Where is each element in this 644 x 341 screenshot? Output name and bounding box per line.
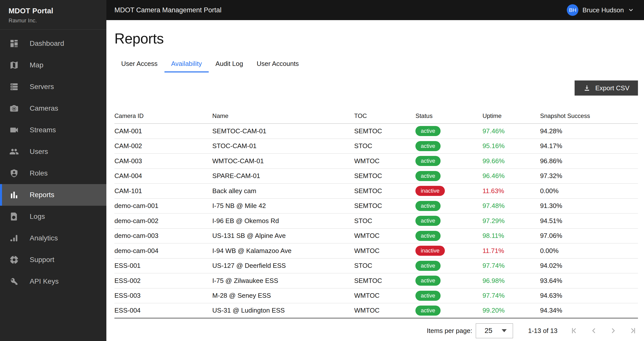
status-cell: active	[415, 306, 482, 316]
sidebar-item[interactable]: API Keys	[0, 271, 106, 292]
chevron-down-icon	[628, 7, 634, 13]
status-cell: inactive	[415, 246, 482, 256]
key-icon	[9, 276, 19, 286]
sidebar-item[interactable]: Analytics	[0, 227, 106, 249]
status-cell: active	[415, 231, 482, 241]
uptime-cell: 99.20%	[483, 307, 540, 314]
camera-id-cell: CAM-001	[114, 127, 212, 135]
column-header: Status	[415, 112, 482, 119]
sidebar-item[interactable]: Roles	[0, 162, 106, 184]
topbar-title: MDOT Camera Management Portal	[114, 6, 222, 14]
map-icon	[9, 60, 19, 70]
snapshot-success-cell: 0.00%	[540, 247, 638, 255]
sidebar-item[interactable]: Reports	[0, 184, 106, 206]
name-cell: STOC-CAM-01	[212, 142, 354, 150]
status-badge: active	[415, 276, 440, 286]
snapshot-success-cell: 91.30%	[540, 202, 638, 210]
sidebar-item-label: Analytics	[30, 234, 58, 242]
sidebar-item[interactable]: Servers	[0, 76, 106, 98]
tab[interactable]: User Accounts	[250, 55, 306, 72]
column-header: Name	[212, 112, 354, 119]
snapshot-success-cell: 97.32%	[540, 172, 638, 180]
name-cell: US-31 @ Ludington ESS	[212, 307, 354, 314]
tab[interactable]: User Access	[114, 55, 164, 72]
next-page-button[interactable]	[608, 326, 618, 336]
table-row: demo-cam-002 I-96 EB @ Okemos Rd STOC ac…	[114, 214, 638, 229]
uptime-cell: 97.29%	[483, 217, 540, 225]
snapshot-success-cell: 94.17%	[540, 142, 638, 150]
log-search-icon	[9, 211, 19, 222]
toc-cell: STOC	[354, 142, 416, 150]
table-header-row: Camera ID Name TOC Status Uptime Snapsho…	[114, 108, 638, 124]
name-cell: M-28 @ Seney ESS	[212, 292, 354, 300]
uptime-cell: 97.46%	[483, 127, 540, 135]
sidebar-item[interactable]: Users	[0, 141, 106, 162]
sidebar: MDOT Portal Ravnur Inc. Dashboard Map Se…	[0, 0, 106, 341]
pager-controls	[569, 326, 638, 336]
sidebar-item[interactable]: Streams	[0, 119, 106, 141]
table-row: CAM-001 SEMTOC-CAM-01 SEMTOC active 97.4…	[114, 124, 638, 139]
status-cell: active	[415, 291, 482, 301]
column-header: Camera ID	[114, 112, 212, 119]
camera-id-cell: demo-cam-002	[114, 217, 212, 225]
tab[interactable]: Availability	[164, 55, 209, 72]
camera-id-cell: ESS-003	[114, 292, 212, 300]
camera-id-cell: ESS-001	[114, 262, 212, 270]
last-page-button[interactable]	[628, 326, 638, 336]
sidebar-item-label: Dashboard	[30, 39, 64, 48]
camera-id-cell: ESS-002	[114, 277, 212, 285]
camera-icon	[9, 103, 19, 113]
snapshot-success-cell: 94.28%	[540, 127, 638, 135]
name-cell: US-131 SB @ Alpine Ave	[212, 232, 354, 240]
uptime-cell: 95.16%	[483, 142, 540, 150]
page-title: Reports	[114, 30, 638, 47]
column-header: TOC	[354, 112, 416, 119]
topbar: MDOT Camera Management Portal BH Bruce H…	[106, 0, 644, 20]
uptime-cell: 99.66%	[483, 157, 540, 165]
uptime-cell: 97.74%	[483, 292, 540, 300]
toc-cell: WMTOC	[354, 292, 416, 300]
sidebar-header: MDOT Portal Ravnur Inc.	[0, 0, 106, 30]
tab-label: Audit Log	[216, 60, 243, 67]
status-cell: active	[415, 171, 482, 181]
status-badge: active	[415, 201, 440, 211]
name-cell: SPARE-CAM-01	[212, 172, 354, 180]
status-cell: active	[415, 276, 482, 286]
table-row: CAM-002 STOC-CAM-01 STOC active 95.16% 9…	[114, 139, 638, 154]
name-cell: US-127 @ Deerfield ESS	[212, 262, 354, 270]
brand-title: MDOT Portal	[9, 7, 98, 15]
table-row: ESS-003 M-28 @ Seney ESS WMTOC active 97…	[114, 288, 638, 304]
camera-id-cell: CAM-004	[114, 172, 212, 180]
avatar[interactable]: BH	[567, 4, 578, 16]
snapshot-success-cell: 94.02%	[540, 262, 638, 270]
uptime-cell: 97.48%	[483, 202, 540, 210]
toc-cell: SEMTOC	[354, 277, 416, 285]
tab-bar: User Access Availability Audit Log User …	[114, 55, 638, 72]
export-csv-button[interactable]: Export CSV	[575, 80, 638, 96]
uptime-cell: 96.46%	[483, 172, 540, 180]
toc-cell: STOC	[354, 262, 416, 270]
status-badge: active	[415, 291, 440, 301]
dashboard-icon	[9, 38, 19, 49]
toc-cell: WMTOC	[354, 247, 416, 255]
table-row: CAM-004 SPARE-CAM-01 SEMTOC active 96.46…	[114, 169, 638, 184]
tab-label: User Access	[121, 60, 158, 67]
user-menu[interactable]: BH Bruce Hudson	[567, 4, 634, 16]
toc-cell: SEMTOC	[354, 172, 416, 180]
sidebar-item[interactable]: Map	[0, 54, 106, 76]
sidebar-item[interactable]: Support	[0, 249, 106, 271]
table-row: demo-cam-003 US-131 SB @ Alpine Ave WMTO…	[114, 229, 638, 244]
tab[interactable]: Audit Log	[209, 55, 250, 72]
toc-cell: WMTOC	[354, 157, 416, 165]
camera-id-cell: CAM-101	[114, 187, 212, 195]
sidebar-item[interactable]: Logs	[0, 206, 106, 227]
sidebar-item[interactable]: Cameras	[0, 98, 106, 119]
snapshot-success-cell: 94.51%	[540, 217, 638, 225]
status-badge: active	[415, 171, 440, 181]
first-page-button[interactable]	[569, 326, 579, 336]
items-per-page-select[interactable]: 25	[476, 323, 513, 338]
download-icon	[583, 84, 591, 92]
previous-page-button[interactable]	[589, 326, 599, 336]
brand-subtitle: Ravnur Inc.	[9, 17, 98, 24]
sidebar-item[interactable]: Dashboard	[0, 33, 106, 54]
